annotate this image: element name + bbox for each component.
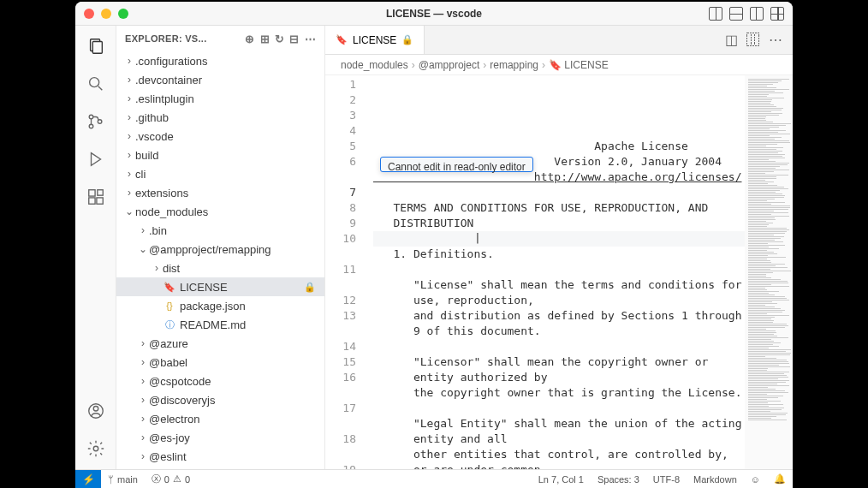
chevron-right-icon: › xyxy=(123,130,135,142)
close-window-icon[interactable] xyxy=(84,9,94,19)
settings-gear-icon[interactable] xyxy=(86,438,106,459)
breadcrumb[interactable]: node_modules›@ampproject›remapping›🔖 LIC… xyxy=(325,55,793,75)
cursor-position[interactable]: Ln 7, Col 1 xyxy=(532,474,591,485)
accounts-icon[interactable] xyxy=(86,401,106,421)
folder-@azure[interactable]: ›@azure xyxy=(116,334,324,353)
explorer-icon[interactable] xyxy=(86,36,106,57)
more-editor-actions-icon[interactable]: ⋯ xyxy=(769,32,782,48)
new-file-icon[interactable]: ⊕ xyxy=(245,33,254,45)
svg-point-5 xyxy=(89,124,93,128)
folder-@cspotcode[interactable]: ›@cspotcode xyxy=(116,372,324,390)
breadcrumb-segment[interactable]: 🔖 LICENSE xyxy=(549,59,609,71)
folder-@babel[interactable]: ›@babel xyxy=(116,353,324,372)
explorer-title: EXPLORER: VS... xyxy=(125,33,207,44)
toggle-primary-sidebar-icon[interactable] xyxy=(709,7,722,21)
tab-license[interactable]: 🔖 LICENSE 🔒 xyxy=(325,26,425,54)
svg-point-6 xyxy=(98,120,102,124)
folder-node_modules[interactable]: ⌄node_modules xyxy=(116,202,324,221)
window-title: LICENSE — vscode xyxy=(386,8,482,20)
chevron-down-icon: ⌄ xyxy=(137,243,149,255)
problems[interactable]: ⓧ0 ⚠0 xyxy=(145,473,197,485)
folder-build[interactable]: ›build xyxy=(116,146,324,164)
svg-rect-9 xyxy=(96,198,102,204)
chevron-right-icon: › xyxy=(137,450,149,462)
folder-@electron[interactable]: ›@electron xyxy=(116,409,324,428)
source-control-icon[interactable] xyxy=(86,111,106,132)
svg-line-3 xyxy=(98,86,102,91)
indentation[interactable]: Spaces: 3 xyxy=(591,474,646,485)
customize-layout-icon[interactable] xyxy=(770,7,784,21)
svg-rect-8 xyxy=(88,198,94,204)
folder-@es-joy[interactable]: ›@es-joy xyxy=(116,428,324,447)
chevron-right-icon: › xyxy=(137,413,149,425)
file-tree[interactable]: ›.configurations›.devcontainer›.eslintpl… xyxy=(116,51,324,469)
code-editor[interactable]: 12345678910111213141516171819 Apache Lic… xyxy=(325,75,793,469)
extensions-icon[interactable] xyxy=(86,187,106,207)
git-branch[interactable]: ᛘ main xyxy=(101,474,145,485)
titlebar: LICENSE — vscode xyxy=(75,2,793,26)
file-type-icon: 🔖 xyxy=(336,34,348,45)
folder-cli[interactable]: ›cli xyxy=(116,164,324,183)
folder-dist[interactable]: ›dist xyxy=(116,259,324,277)
window-controls xyxy=(84,9,128,19)
breadcrumb-segment[interactable]: remapping xyxy=(490,59,538,71)
svg-point-4 xyxy=(89,115,93,119)
refresh-icon[interactable]: ↻ xyxy=(275,33,284,45)
search-icon[interactable] xyxy=(86,74,106,94)
chevron-right-icon: › xyxy=(123,149,135,161)
file-package.json[interactable]: {}package.json xyxy=(116,296,324,315)
chevron-right-icon: › xyxy=(123,74,135,86)
chevron-right-icon: › xyxy=(412,59,415,71)
folder-.vscode[interactable]: ›.vscode xyxy=(116,127,324,146)
folder-@discoveryjs[interactable]: ›@discoveryjs xyxy=(116,390,324,409)
minimap[interactable] xyxy=(745,75,793,469)
chevron-right-icon: › xyxy=(123,111,135,123)
feedback-icon[interactable]: ☺ xyxy=(744,474,767,485)
folder-.bin[interactable]: ›.bin xyxy=(116,221,324,240)
chevron-right-icon: › xyxy=(137,394,149,406)
split-editor-down-icon[interactable]: ⿲ xyxy=(746,33,760,48)
folder-@eslint[interactable]: ›@eslint xyxy=(116,447,324,466)
folder-.eslintplugin[interactable]: ›.eslintplugin xyxy=(116,89,324,108)
chevron-right-icon: › xyxy=(137,431,149,443)
explorer-sidebar: EXPLORER: VS... ⊕ ⊞ ↻ ⊟ ⋯ ›.configuratio… xyxy=(116,26,325,469)
folder-.configurations[interactable]: ›.configurations xyxy=(116,51,324,70)
svg-rect-10 xyxy=(97,190,102,195)
code-content[interactable]: Apache License Version 2.0, January 2004… xyxy=(373,75,745,469)
split-editor-icon[interactable]: ◫ xyxy=(725,32,738,48)
chevron-right-icon: › xyxy=(483,59,486,71)
maximize-window-icon[interactable] xyxy=(118,9,128,19)
error-icon: ⓧ xyxy=(152,473,161,485)
notifications-icon[interactable]: 🔔 xyxy=(767,473,793,485)
svg-rect-1 xyxy=(92,42,102,54)
toggle-panel-icon[interactable] xyxy=(729,7,743,21)
chevron-right-icon: › xyxy=(123,55,135,67)
layout-controls xyxy=(709,7,784,21)
remote-button[interactable]: ⚡ xyxy=(75,470,101,488)
chevron-right-icon: › xyxy=(137,356,149,368)
chevron-right-icon: › xyxy=(542,59,545,71)
breadcrumb-segment[interactable]: @ampproject xyxy=(419,59,480,71)
collapse-icon[interactable]: ⊟ xyxy=(289,33,299,45)
branch-icon: ᛘ xyxy=(108,474,114,485)
file-LICENSE[interactable]: 🔖LICENSE🔒 xyxy=(116,277,324,296)
file-type-icon: ⓘ xyxy=(163,318,176,331)
folder-.github[interactable]: ›.github xyxy=(116,108,324,127)
encoding[interactable]: UTF-8 xyxy=(646,474,687,485)
folder-extensions[interactable]: ›extensions xyxy=(116,183,324,202)
run-debug-icon[interactable] xyxy=(86,149,106,170)
file-type-icon: 🔖 xyxy=(163,282,176,293)
folder-.devcontainer[interactable]: ›.devcontainer xyxy=(116,70,324,89)
new-folder-icon[interactable]: ⊞ xyxy=(260,33,270,45)
breadcrumb-segment[interactable]: node_modules xyxy=(341,59,408,71)
file-README.md[interactable]: ⓘREADME.md xyxy=(116,315,324,334)
minimize-window-icon[interactable] xyxy=(101,9,111,19)
more-actions-icon[interactable]: ⋯ xyxy=(305,33,316,45)
toggle-secondary-sidebar-icon[interactable] xyxy=(750,7,764,21)
language-mode[interactable]: Markdown xyxy=(687,474,744,485)
status-bar: ⚡ ᛘ main ⓧ0 ⚠0 Ln 7, Col 1 Spaces: 3 UTF… xyxy=(75,469,793,488)
lock-icon: 🔒 xyxy=(304,282,316,293)
editor-group: 🔖 LICENSE 🔒 ◫ ⿲ ⋯ node_modules›@ampproje… xyxy=(325,26,793,469)
readonly-tooltip: Cannot edit in read-only editor xyxy=(380,157,533,172)
folder-@ampproject/remapping[interactable]: ⌄@ampproject/remapping xyxy=(116,240,324,259)
